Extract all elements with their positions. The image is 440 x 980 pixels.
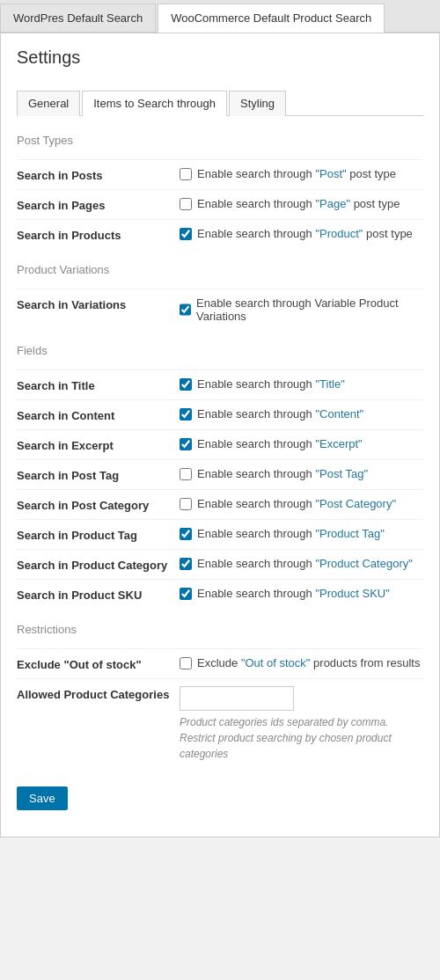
tab-wordpress-default-search[interactable]: WordPres Default Search (0, 4, 156, 32)
tab-styling[interactable]: Styling (229, 91, 286, 116)
highlight-search-in-post-tag: "Post Tag" (315, 467, 368, 480)
control-search-in-product-sku: Enable search through "Product SKU" (180, 587, 423, 600)
top-tabs-bar: WordPres Default Search WooCommerce Defa… (0, 0, 440, 33)
highlight-search-in-product-tag: "Product Tag" (315, 527, 384, 540)
control-search-in-variations: Enable search through Variable Product V… (180, 296, 423, 323)
settings-panel: Settings General Items to Search through… (0, 33, 440, 837)
label-exclude-out-of-stock: Exclude "Out of stock" (17, 656, 180, 671)
checkbox-search-in-title[interactable] (180, 378, 192, 391)
highlight-search-in-product-category: "Product Category" (315, 557, 412, 570)
text-search-in-posts: Enable search through "Post" post type (197, 167, 396, 180)
checkbox-label-search-in-product-tag[interactable]: Enable search through "Product Tag" (180, 527, 385, 540)
control-search-in-product-category: Enable search through "Product Category" (180, 557, 423, 570)
label-search-in-pages: Search in Pages (17, 197, 180, 212)
checkbox-search-in-products[interactable] (180, 228, 192, 240)
tab-items-to-search[interactable]: Items to Search through (82, 91, 227, 116)
checkbox-search-in-product-sku[interactable] (180, 588, 192, 600)
checkbox-label-search-in-variations[interactable]: Enable search through Variable Product V… (180, 296, 423, 323)
checkbox-search-in-excerpt[interactable] (180, 438, 192, 450)
highlight-exclude-out-of-stock: "Out of stock" (241, 656, 311, 669)
checkbox-search-in-content[interactable] (180, 408, 192, 421)
checkbox-search-in-post-category[interactable] (180, 498, 192, 510)
text-search-in-product-category: Enable search through "Product Category" (197, 557, 413, 570)
row-exclude-out-of-stock: Exclude "Out of stock" Exclude "Out of s… (17, 648, 423, 678)
section-restrictions-heading: Restrictions (17, 623, 423, 640)
checkbox-label-search-in-post-category[interactable]: Enable search through "Post Category" (180, 497, 396, 510)
control-search-in-excerpt: Enable search through "Excerpt" (180, 437, 423, 450)
highlight-search-in-posts: "Post" (315, 167, 346, 180)
highlight-search-in-content: "Content" (315, 407, 363, 421)
input-allowed-product-categories[interactable] (180, 686, 294, 711)
checkbox-label-search-in-title[interactable]: Enable search through "Title" (180, 377, 345, 391)
control-search-in-pages: Enable search through "Page" post type (180, 197, 423, 210)
label-search-in-products: Search in Products (17, 227, 180, 242)
control-search-in-post-category: Enable search through "Post Category" (180, 497, 423, 510)
checkbox-label-search-in-posts[interactable]: Enable search through "Post" post type (180, 167, 396, 180)
tab-woocommerce-default-product-search[interactable]: WooCommerce Default Product Search (158, 4, 385, 33)
row-search-in-pages: Search in Pages Enable search through "P… (17, 189, 423, 219)
highlight-search-in-excerpt: "Excerpt" (315, 437, 362, 450)
row-allowed-product-categories: Allowed Product Categories Product categ… (17, 678, 423, 769)
text-search-in-content: Enable search through "Content" (197, 407, 363, 421)
label-search-in-content: Search in Content (17, 407, 180, 422)
control-exclude-out-of-stock: Exclude "Out of stock" products from res… (180, 656, 423, 669)
row-search-in-variations: Search in Variations Enable search throu… (17, 289, 423, 330)
checkbox-search-in-pages[interactable] (180, 198, 192, 210)
label-search-in-product-sku: Search in Product SKU (17, 587, 180, 602)
text-search-in-post-category: Enable search through "Post Category" (197, 497, 396, 510)
label-search-in-product-tag: Search in Product Tag (17, 527, 180, 542)
row-search-in-excerpt: Search in Excerpt Enable search through … (17, 429, 423, 459)
row-search-in-post-tag: Search in Post Tag Enable search through… (17, 459, 423, 489)
control-search-in-post-tag: Enable search through "Post Tag" (180, 467, 423, 480)
checkbox-search-in-product-tag[interactable] (180, 528, 192, 540)
checkbox-label-search-in-excerpt[interactable]: Enable search through "Excerpt" (180, 437, 363, 450)
section-product-variations-heading: Product Variations (17, 263, 423, 280)
checkbox-search-in-post-tag[interactable] (180, 468, 192, 480)
text-search-in-product-sku: Enable search through "Product SKU" (197, 587, 390, 600)
checkbox-label-search-in-content[interactable]: Enable search through "Content" (180, 407, 363, 421)
checkbox-label-search-in-product-category[interactable]: Enable search through "Product Category" (180, 557, 413, 570)
row-search-in-product-category: Search in Product Category Enable search… (17, 549, 423, 579)
highlight-search-in-product-sku: "Product SKU" (315, 587, 389, 600)
highlight-search-in-post-category: "Post Category" (315, 497, 396, 510)
checkbox-label-search-in-product-sku[interactable]: Enable search through "Product SKU" (180, 587, 390, 600)
text-search-in-post-tag: Enable search through "Post Tag" (197, 467, 368, 480)
checkbox-label-search-in-post-tag[interactable]: Enable search through "Post Tag" (180, 467, 368, 480)
label-allowed-product-categories: Allowed Product Categories (17, 686, 180, 701)
control-allowed-product-categories: Product categories ids separated by comm… (180, 686, 423, 762)
checkbox-exclude-out-of-stock[interactable] (180, 657, 192, 669)
control-search-in-title: Enable search through "Title" (180, 377, 423, 391)
checkbox-label-exclude-out-of-stock[interactable]: Exclude "Out of stock" products from res… (180, 656, 420, 669)
helper-line-1: Product categories ids separated by comm… (180, 716, 388, 728)
checkbox-search-in-variations[interactable] (180, 304, 191, 316)
highlight-search-in-products: "Product" (315, 227, 363, 240)
row-search-in-products: Search in Products Enable search through… (17, 219, 423, 249)
row-search-in-post-category: Search in Post Category Enable search th… (17, 489, 423, 519)
label-search-in-title: Search in Title (17, 377, 180, 392)
label-search-in-posts: Search in Posts (17, 167, 180, 182)
section-post-types-heading: Post Types (17, 134, 423, 150)
checkbox-label-search-in-products[interactable]: Enable search through "Product" post typ… (180, 227, 413, 240)
row-search-in-product-sku: Search in Product SKU Enable search thro… (17, 579, 423, 609)
section-fields-heading: Fields (17, 344, 423, 361)
control-search-in-products: Enable search through "Product" post typ… (180, 227, 423, 240)
checkbox-search-in-posts[interactable] (180, 168, 192, 180)
highlight-search-in-pages: "Page" (315, 197, 350, 210)
control-search-in-posts: Enable search through "Post" post type (180, 167, 423, 180)
row-search-in-content: Search in Content Enable search through … (17, 399, 423, 429)
helper-text-allowed-product-categories: Product categories ids separated by comm… (180, 714, 423, 762)
checkbox-search-in-product-category[interactable] (180, 558, 192, 570)
tab-general[interactable]: General (17, 91, 80, 116)
text-search-in-pages: Enable search through "Page" post type (197, 197, 400, 210)
checkbox-label-search-in-pages[interactable]: Enable search through "Page" post type (180, 197, 400, 210)
page-title: Settings (17, 48, 423, 77)
label-search-in-product-category: Search in Product Category (17, 557, 180, 572)
text-search-in-product-tag: Enable search through "Product Tag" (197, 527, 385, 540)
control-search-in-content: Enable search through "Content" (180, 407, 423, 421)
text-search-in-variations: Enable search through Variable Product V… (196, 296, 423, 323)
highlight-search-in-title: "Title" (315, 377, 344, 391)
row-search-in-posts: Search in Posts Enable search through "P… (17, 159, 423, 189)
row-search-in-title: Search in Title Enable search through "T… (17, 369, 423, 399)
text-search-in-title: Enable search through "Title" (197, 377, 345, 391)
save-button[interactable]: Save (17, 786, 68, 810)
